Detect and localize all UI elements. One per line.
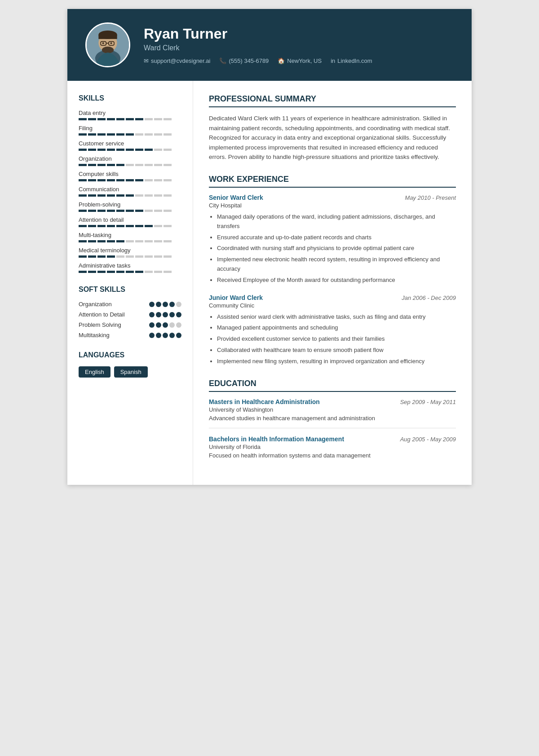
skill-segment [79,225,87,227]
job-bullets: Managed daily operations of the ward, in… [209,212,456,285]
job-title: Senior Ward Clerk [209,194,263,201]
job-bullets: Assisted senior ward clerk with administ… [209,312,456,366]
skill-dot [163,333,168,338]
skill-item: Multi-tasking [79,232,181,242]
skill-segment [163,118,172,120]
skill-segment [135,179,143,181]
experience-section: WORK EXPERIENCE Senior Ward ClerkMay 201… [209,175,456,366]
edu-school: University of Florida [209,444,456,450]
skill-name: Communication [79,186,181,193]
skill-segment [145,164,153,166]
skill-segment [126,225,134,227]
skill-item: Medical terminology [79,247,181,258]
skill-segment [163,133,172,136]
phone-contact: 📞 (555) 345-6789 [219,57,269,64]
skill-item: Administrative tasks [79,262,181,273]
svg-rect-4 [98,35,117,39]
skill-segment [135,194,143,197]
skill-segment [154,225,162,227]
skill-segment [135,133,143,136]
skill-segment [145,118,153,120]
skill-segment [88,179,96,181]
skill-segment [154,210,162,212]
skill-segment [116,179,124,181]
soft-skill-item: Attention to Detail [79,311,181,318]
skill-segment [126,210,134,212]
skill-dot [149,333,155,338]
skill-bar [79,164,181,166]
skill-segment [88,255,96,258]
job-bullet: Provided excellent customer service to p… [217,334,456,344]
skill-item: Data entry [79,110,181,120]
skill-segment [145,194,153,197]
skill-segment [154,240,162,242]
job-company: Community Clinic [209,302,456,309]
skill-bar [79,179,181,181]
soft-skill-name: Multitasking [79,332,110,338]
skill-segment [126,240,134,242]
svg-point-9 [102,42,104,44]
experience-title: WORK EXPERIENCE [209,175,456,188]
skill-item: Filing [79,125,181,136]
job-bullet: Assisted senior ward clerk with administ… [217,312,456,322]
summary-section: PROFESSIONAL SUMMARY Dedicated Ward Cler… [209,94,456,162]
location-contact: 🏠 NewYork, US [278,57,322,64]
skill-name: Organization [79,155,181,162]
skill-segment [107,118,115,120]
skill-segment [116,118,124,120]
soft-skill-name: Attention to Detail [79,311,125,318]
skill-bar [79,118,181,120]
skill-dot [163,302,168,307]
language-tag: Spanish [114,366,148,378]
summary-text: Dedicated Ward Clerk with 11 years of ex… [209,114,456,162]
skill-dot [149,322,155,328]
skill-segment [116,164,124,166]
skill-segment [126,133,134,136]
edu-description: Focused on health information systems an… [209,452,456,459]
skills-section: SKILLS Data entryFilingCustomer serviceO… [79,94,181,273]
resume-header: Ryan Turner Ward Clerk ✉ support@cvdesig… [67,9,472,81]
skill-segment [163,194,172,197]
education-section: EDUCATION Masters in Healthcare Administ… [209,379,456,459]
skill-segment [88,133,96,136]
skill-segment [79,240,87,242]
skill-segment [126,194,134,197]
linkedin-contact: in LinkedIn.com [331,57,372,64]
skill-segment [154,133,162,136]
skill-segment [145,225,153,227]
skill-dots [149,312,181,317]
skill-segment [88,225,96,227]
skill-segment [154,179,162,181]
skill-dot [176,322,181,328]
skill-dot [156,302,161,307]
skill-segment [126,179,134,181]
language-tags: EnglishSpanish [79,366,181,378]
summary-title: PROFESSIONAL SUMMARY [209,94,456,107]
skills-title: SKILLS [79,94,181,102]
skill-dot [163,312,168,317]
skill-segment [126,271,134,273]
skill-item: Communication [79,186,181,197]
skill-segment [97,133,106,136]
jobs-list: Senior Ward ClerkMay 2010 - PresentCity … [209,194,456,366]
skill-segment [135,225,143,227]
job-header: Senior Ward ClerkMay 2010 - Present [209,194,456,201]
skill-dots [149,333,181,338]
skill-segment [79,149,87,151]
contact-info: ✉ support@cvdesigner.ai 📞 (555) 345-6789… [144,57,454,64]
skill-segment [79,194,87,197]
header-info: Ryan Turner Ward Clerk ✉ support@cvdesig… [144,26,454,64]
job-bullet: Managed patient appointments and schedul… [217,323,456,333]
skill-dot [176,312,181,317]
skill-segment [116,149,124,151]
skill-segment [163,240,172,242]
skill-name: Computer skills [79,171,181,177]
skill-segment [135,149,143,151]
skill-segment [163,271,172,273]
skill-segment [116,240,124,242]
main-content: PROFESSIONAL SUMMARY Dedicated Ward Cler… [193,81,472,485]
skill-segment [116,225,124,227]
skill-name: Attention to detail [79,216,181,223]
skill-segment [135,210,143,212]
skill-dot [156,333,161,338]
